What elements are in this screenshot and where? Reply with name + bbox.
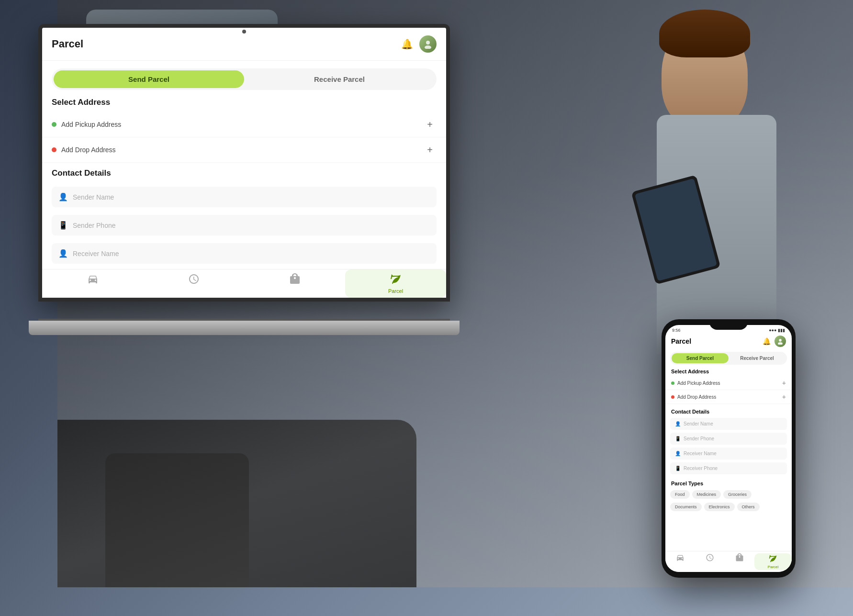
- nav-parcel-label: Parcel: [388, 288, 403, 294]
- phone-signal-battery: ●●● ▮▮▮: [769, 328, 785, 333]
- phone-chip-food[interactable]: Food: [670, 490, 690, 499]
- laptop-header-icons: 🔔: [400, 35, 437, 53]
- phone-tab-receive-parcel[interactable]: Receive Parcel: [729, 353, 786, 363]
- phone-nav-clock[interactable]: [695, 553, 725, 570]
- laptop-base: [29, 321, 460, 335]
- laptop-receiver-name-field[interactable]: 👤 Receiver Name: [52, 243, 437, 264]
- phone-receiver-name-icon: 👤: [675, 451, 681, 456]
- phone-pickup-text: Add Pickup Address: [677, 381, 720, 386]
- phone-nav-car[interactable]: [665, 553, 695, 570]
- phone-chip-electronics[interactable]: Electronics: [704, 503, 735, 511]
- phone: 9:56 ●●● ▮▮▮ Parcel 🔔: [662, 319, 796, 578]
- phone-clock-icon: [706, 553, 714, 563]
- phone-header-icons: 🔔: [763, 336, 786, 347]
- svg-point-1: [425, 45, 431, 49]
- laptop-drop-address[interactable]: Add Drop Address +: [42, 137, 446, 163]
- sender-phone-icon: 📱: [58, 221, 68, 230]
- bag-icon: [289, 273, 301, 287]
- phone-tab-send-parcel[interactable]: Send Parcel: [672, 353, 729, 363]
- phone-app: 9:56 ●●● ▮▮▮ Parcel 🔔: [665, 325, 792, 572]
- laptop-screen: Parcel 🔔 Send Parcel Receive Parcel Sele…: [38, 24, 450, 302]
- nav-clock[interactable]: [143, 269, 244, 298]
- phone-nav-parcel-label: Parcel: [768, 565, 779, 569]
- laptop: Parcel 🔔 Send Parcel Receive Parcel Sele…: [38, 24, 469, 335]
- phone-bag-icon: [735, 553, 744, 563]
- phone-chip-medicines[interactable]: Medicines: [692, 490, 721, 499]
- phone-parcel-chips-row1: Food Medicines Groceries: [665, 488, 792, 501]
- phone-pickup-label: Add Pickup Address: [671, 381, 720, 386]
- svg-point-2: [779, 339, 782, 342]
- phone-drop-address[interactable]: Add Drop Address +: [665, 390, 792, 404]
- phone-time: 9:56: [672, 328, 681, 333]
- laptop-drop-label: Add Drop Address: [52, 146, 116, 154]
- phone-sender-phone-icon: 📱: [675, 436, 681, 441]
- phone-receiver-name-field[interactable]: 👤 Receiver Name: [670, 448, 787, 459]
- phone-screen: 9:56 ●●● ▮▮▮ Parcel 🔔: [665, 325, 792, 572]
- phone-nav-parcel[interactable]: Parcel: [754, 553, 792, 570]
- phone-app-title: Parcel: [671, 337, 691, 345]
- drop-dot: [52, 147, 56, 152]
- phone-pickup-address[interactable]: Add Pickup Address +: [665, 376, 792, 390]
- phone-bell-icon[interactable]: 🔔: [763, 337, 771, 345]
- phone-sender-phone-placeholder: Sender Phone: [684, 436, 714, 441]
- receiver-name-placeholder: Receiver Name: [73, 250, 119, 258]
- drop-text: Add Drop Address: [61, 146, 116, 154]
- laptop-sender-phone-field[interactable]: 📱 Sender Phone: [52, 215, 437, 235]
- phone-parcel-chips-row2: Documents Electronics Others: [665, 501, 792, 513]
- clock-icon: [188, 273, 200, 287]
- phone-chip-documents[interactable]: Documents: [670, 503, 702, 511]
- phone-avatar[interactable]: [774, 336, 786, 347]
- nav-car[interactable]: [42, 269, 143, 298]
- svg-point-3: [778, 342, 783, 345]
- pickup-plus-btn[interactable]: +: [423, 118, 437, 131]
- phone-car-icon: [676, 553, 685, 563]
- laptop-pickup-address[interactable]: Add Pickup Address +: [42, 112, 446, 137]
- phone-receiver-phone-field[interactable]: 📱 Receiver Phone: [670, 462, 787, 474]
- sender-name-placeholder: Sender Name: [73, 193, 114, 201]
- phone-drop-label: Add Drop Address: [671, 394, 716, 400]
- phone-sender-name-icon: 👤: [675, 421, 681, 426]
- sender-name-icon: 👤: [58, 192, 68, 202]
- phone-pickup-dot: [671, 381, 674, 385]
- drop-plus-btn[interactable]: +: [423, 143, 437, 157]
- phone-select-address-heading: Select Address: [665, 367, 792, 376]
- phone-drop-dot: [671, 395, 674, 399]
- laptop-camera: [242, 30, 246, 34]
- avatar[interactable]: [419, 35, 437, 53]
- tab-receive-parcel[interactable]: Receive Parcel: [244, 70, 435, 88]
- phone-drop-plus[interactable]: +: [782, 393, 786, 401]
- tab-send-parcel[interactable]: Send Parcel: [54, 70, 244, 88]
- phone-contact-heading: Contact Details: [665, 407, 792, 416]
- phone-chip-others[interactable]: Others: [737, 503, 760, 511]
- laptop-sender-name-field[interactable]: 👤 Sender Name: [52, 187, 437, 207]
- phone-notch: [709, 319, 748, 330]
- nav-bag[interactable]: [244, 269, 345, 298]
- nav-parcel[interactable]: Parcel: [345, 269, 446, 298]
- phone-receiver-name-placeholder: Receiver Name: [684, 451, 717, 456]
- pickup-text: Add Pickup Address: [61, 121, 121, 128]
- phone-nav-bag[interactable]: [725, 553, 754, 570]
- laptop-bottom-nav: Parcel: [42, 269, 446, 298]
- phone-pickup-plus[interactable]: +: [782, 379, 786, 387]
- receiver-name-icon: 👤: [58, 249, 68, 258]
- phone-sender-phone-field[interactable]: 📱 Sender Phone: [670, 433, 787, 445]
- phone-drop-text: Add Drop Address: [677, 394, 716, 400]
- phone-chip-groceries[interactable]: Groceries: [723, 490, 752, 499]
- laptop-app-title: Parcel: [52, 38, 83, 50]
- bell-icon[interactable]: 🔔: [400, 37, 414, 51]
- parcel-icon: [390, 273, 402, 287]
- phone-sender-name-field[interactable]: 👤 Sender Name: [670, 418, 787, 430]
- phone-receiver-phone-placeholder: Receiver Phone: [684, 466, 718, 471]
- sender-phone-placeholder: Sender Phone: [73, 222, 116, 229]
- phone-bottom-nav: Parcel: [665, 551, 792, 572]
- laptop-app: Parcel 🔔 Send Parcel Receive Parcel Sele…: [42, 28, 446, 298]
- phone-tab-row: Send Parcel Receive Parcel: [670, 352, 787, 365]
- phone-receiver-phone-icon: 📱: [675, 466, 681, 471]
- phone-parcel-icon: [769, 554, 777, 564]
- pickup-dot: [52, 122, 56, 127]
- scene: Parcel 🔔 Send Parcel Receive Parcel Sele…: [0, 0, 853, 616]
- laptop-select-address-heading: Select Address: [42, 98, 446, 112]
- phone-frame: 9:56 ●●● ▮▮▮ Parcel 🔔: [662, 319, 796, 578]
- laptop-pickup-label: Add Pickup Address: [52, 121, 121, 128]
- phone-sender-name-placeholder: Sender Name: [684, 421, 713, 426]
